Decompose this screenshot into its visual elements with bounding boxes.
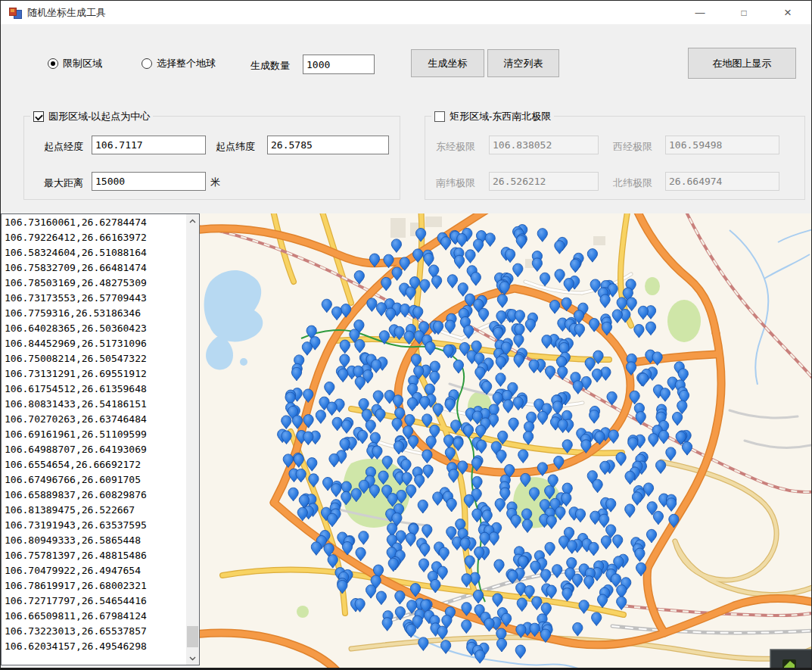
- listbox-scrollbar[interactable]: [186, 214, 199, 665]
- east-limit-input: [489, 136, 599, 154]
- circle-region-title: 圆形区域-以起点为中心: [48, 110, 150, 123]
- west-limit-label: 西经极限: [613, 140, 652, 154]
- scroll-down-button[interactable]: [186, 652, 199, 665]
- map-canvas[interactable]: [200, 213, 812, 668]
- list-item[interactable]: 106.66509811,26.67984124: [2, 609, 186, 624]
- maximize-button[interactable]: □: [726, 1, 761, 24]
- qty-input[interactable]: [303, 55, 375, 74]
- map-panel[interactable]: [200, 213, 812, 668]
- close-button[interactable]: ×: [770, 1, 805, 24]
- list-item[interactable]: 106.78619917,26.68002321: [2, 578, 186, 594]
- clear-button[interactable]: 清空列表: [487, 49, 559, 77]
- radio-limit-area[interactable]: 限制区域: [48, 57, 102, 70]
- list-item[interactable]: 106.70270263,26.63746484: [2, 412, 186, 427]
- list-item[interactable]: 106.81389475,26.522667: [2, 503, 186, 518]
- list-item[interactable]: 106.6554654,26.66692172: [2, 457, 186, 472]
- list-item[interactable]: 106.73173553,26.57709443: [2, 291, 186, 306]
- start-lon-input[interactable]: [92, 136, 206, 154]
- minimize-icon: —: [695, 7, 705, 18]
- list-item[interactable]: 106.64028365,26.50360423: [2, 321, 186, 336]
- start-lat-input[interactable]: [267, 136, 389, 154]
- window-title: 随机坐标生成工具: [27, 6, 106, 20]
- list-item[interactable]: 106.79226412,26.66163972: [2, 230, 186, 245]
- rect-region-title: 矩形区域-东西南北极限: [450, 110, 551, 123]
- list-item[interactable]: 106.73223013,26.65537857: [2, 624, 186, 639]
- north-limit-label: 北纬极限: [613, 176, 652, 190]
- east-limit-label: 东经极限: [436, 140, 475, 154]
- close-icon: ×: [784, 5, 792, 20]
- list-item[interactable]: 106.62034157,26.49546298: [2, 639, 186, 654]
- list-item[interactable]: 106.65889837,26.60829876: [2, 488, 186, 503]
- radio-dot-icon: [48, 58, 58, 69]
- radio-whole-earth-label: 选择整个地球: [157, 57, 216, 70]
- list-item[interactable]: 106.78503169,26.48275309: [2, 276, 186, 291]
- max-dist-label: 最大距离: [44, 176, 83, 190]
- rect-region-checkbox[interactable]: [434, 111, 445, 122]
- map-logo-box[interactable]: [770, 650, 812, 668]
- list-item[interactable]: 106.73191943,26.63537595: [2, 518, 186, 533]
- radio-whole-earth[interactable]: 选择整个地球: [142, 57, 216, 70]
- start-lat-label: 起点纬度: [216, 140, 255, 154]
- list-item[interactable]: 106.75008214,26.50547322: [2, 351, 186, 366]
- circle-region-checkbox[interactable]: [33, 111, 44, 122]
- scroll-up-button[interactable]: [186, 214, 199, 227]
- max-dist-unit: 米: [210, 176, 220, 189]
- list-item[interactable]: 106.70479922,26.4947654: [2, 563, 186, 578]
- list-item[interactable]: 106.64988707,26.64193069: [2, 442, 186, 457]
- generate-button-label: 生成坐标: [428, 57, 468, 70]
- qty-label: 生成数量: [250, 59, 290, 73]
- coordinate-listbox[interactable]: 106.73160061,26.62784474106.79226412,26.…: [1, 213, 200, 665]
- show-on-map-button-label: 在地图上显示: [713, 57, 772, 70]
- scrollbar-thumb[interactable]: [187, 626, 198, 647]
- generate-button[interactable]: 生成坐标: [411, 49, 484, 77]
- list-item[interactable]: 106.61754512,26.61359648: [2, 382, 186, 397]
- titlebar: 随机坐标生成工具 — □ ×: [1, 1, 811, 24]
- minimize-button[interactable]: —: [683, 1, 717, 24]
- list-item[interactable]: 106.80949333,26.5865448: [2, 533, 186, 548]
- radio-limit-area-label: 限制区域: [63, 57, 102, 70]
- list-item[interactable]: 106.7759316,26.53186346: [2, 306, 186, 321]
- list-item[interactable]: 106.69161961,26.51109599: [2, 427, 186, 442]
- chevron-down-icon: [189, 656, 196, 661]
- app-window: 随机坐标生成工具 — □ × 限制区域 选择整个地球 生成数量 生成坐标 清空列…: [0, 0, 812, 670]
- list-item[interactable]: 106.58324604,26.51088164: [2, 245, 186, 260]
- list-item[interactable]: 106.75832709,26.66481474: [2, 260, 186, 276]
- app-icon: [9, 6, 22, 19]
- list-item[interactable]: 106.80831433,26.54186151: [2, 397, 186, 412]
- south-limit-label: 南纬极限: [436, 176, 475, 190]
- list-item[interactable]: 106.67496766,26.6091705: [2, 472, 186, 488]
- max-dist-input[interactable]: [92, 172, 206, 191]
- clear-button-label: 清空列表: [504, 57, 543, 70]
- coordinate-listbox-items: 106.73160061,26.62784474106.79226412,26.…: [2, 215, 186, 654]
- list-item[interactable]: 106.73160061,26.62784474: [2, 215, 186, 230]
- maximize-icon: □: [741, 8, 746, 18]
- west-limit-input: [665, 136, 779, 154]
- south-limit-input: [489, 172, 599, 191]
- start-lon-label: 起点经度: [44, 140, 83, 154]
- list-item[interactable]: 106.73131291,26.69551912: [2, 366, 186, 382]
- radio-dot-icon: [142, 58, 152, 69]
- chevron-up-icon: [189, 219, 196, 223]
- north-limit-input: [665, 172, 779, 191]
- list-item[interactable]: 106.72717797,26.54654416: [2, 594, 186, 609]
- list-item[interactable]: 106.75781397,26.48815486: [2, 548, 186, 563]
- show-on-map-button[interactable]: 在地图上显示: [688, 48, 796, 79]
- list-item[interactable]: 106.84452969,26.51731096: [2, 336, 186, 351]
